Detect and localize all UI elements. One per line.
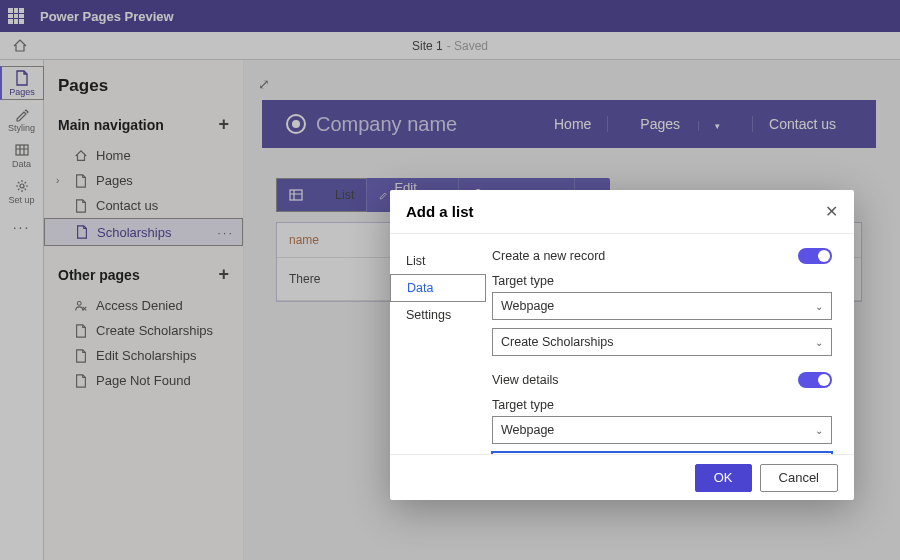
tab-list[interactable]: List: [390, 248, 486, 274]
view-target-page-select[interactable]: Edit Scholarships⌄: [492, 452, 832, 454]
tab-settings[interactable]: Settings: [390, 302, 486, 328]
cancel-button[interactable]: Cancel: [760, 464, 838, 492]
add-a-list-dialog: Add a list ✕ List Data Settings Create a…: [390, 190, 854, 500]
chevron-down-icon: ⌄: [815, 301, 823, 312]
create-record-toggle[interactable]: [798, 248, 832, 264]
tab-data[interactable]: Data: [390, 274, 486, 302]
target-type-label-2: Target type: [492, 398, 832, 412]
view-details-label: View details: [492, 373, 558, 387]
dialog-form: Create a new record Target type Webpage⌄…: [486, 234, 854, 454]
chevron-down-icon: ⌄: [815, 425, 823, 436]
create-target-type-select[interactable]: Webpage⌄: [492, 292, 832, 320]
dialog-tabs: List Data Settings: [390, 234, 486, 454]
close-icon[interactable]: ✕: [825, 202, 838, 221]
target-type-label: Target type: [492, 274, 832, 288]
create-target-page-select[interactable]: Create Scholarships⌄: [492, 328, 832, 356]
ok-button[interactable]: OK: [695, 464, 752, 492]
view-details-toggle[interactable]: [798, 372, 832, 388]
view-target-type-select[interactable]: Webpage⌄: [492, 416, 832, 444]
dialog-title: Add a list: [406, 203, 474, 220]
create-record-label: Create a new record: [492, 249, 605, 263]
chevron-down-icon: ⌄: [815, 337, 823, 348]
